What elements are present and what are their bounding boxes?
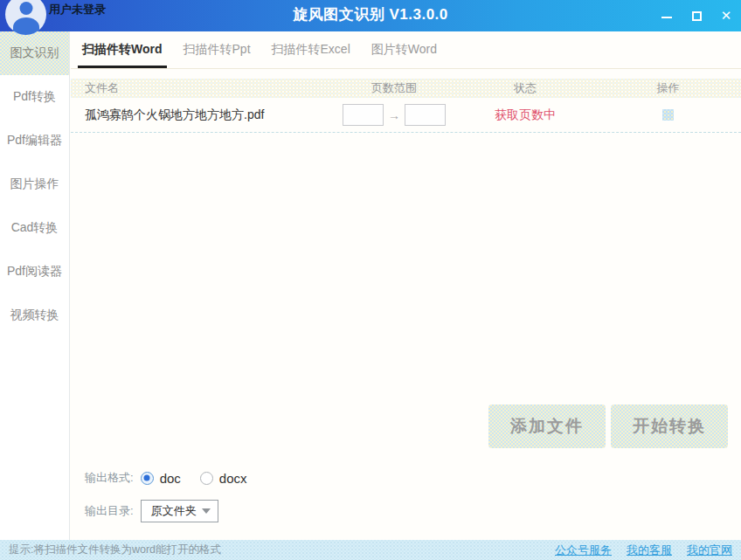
link-public-account[interactable]: 公众号服务 bbox=[555, 543, 612, 558]
output-format-row: 输出格式: doc docx bbox=[85, 469, 247, 487]
link-official-site[interactable]: 我的官网 bbox=[687, 543, 732, 558]
header-status: 状态 bbox=[455, 80, 595, 96]
tab-bar: 扫描件转Word 扫描件转Ppt 扫描件转Excel 图片转Word bbox=[71, 31, 741, 69]
status-bar: 提示:将扫描件文件转换为word能打开的格式 公众号服务 我的客服 我的官网 bbox=[0, 540, 741, 560]
sidebar-item-ocr[interactable]: 图文识别 bbox=[0, 31, 69, 75]
output-dir-label: 输出目录: bbox=[85, 503, 134, 519]
status-text: 获取页数中 bbox=[455, 107, 595, 123]
maximize-icon bbox=[692, 11, 702, 21]
app-title: 旋风图文识别 V1.3.0.0 bbox=[0, 0, 741, 31]
radio-option-docx[interactable]: docx bbox=[200, 471, 247, 486]
page-range-cell: → bbox=[333, 104, 455, 126]
sidebar-item-pdf-editor[interactable]: Pdf编辑器 bbox=[0, 119, 69, 162]
footer-links: 公众号服务 我的客服 我的官网 bbox=[555, 543, 732, 558]
header-operation: 操作 bbox=[595, 80, 741, 96]
sidebar: 图文识别 Pdf转换 Pdf编辑器 图片操作 Cad转换 Pdf阅读器 视频转换 bbox=[0, 31, 70, 540]
maximize-button[interactable] bbox=[690, 10, 703, 22]
output-format-label: 输出格式: bbox=[85, 470, 134, 486]
header-filename: 文件名 bbox=[71, 80, 333, 96]
tab-scan-to-word[interactable]: 扫描件转Word bbox=[78, 31, 167, 68]
main-panel: 扫描件转Word 扫描件转Ppt 扫描件转Excel 图片转Word 文件名 页… bbox=[71, 31, 741, 540]
output-dir-select[interactable]: 原文件夹 bbox=[141, 500, 218, 522]
sidebar-item-pdf-reader[interactable]: Pdf阅读器 bbox=[0, 250, 69, 294]
radio-option-doc[interactable]: doc bbox=[141, 471, 181, 486]
start-convert-button[interactable]: 开始转换 bbox=[611, 404, 728, 448]
delete-file-icon[interactable] bbox=[662, 109, 674, 121]
close-icon: ✕ bbox=[721, 10, 732, 22]
sidebar-item-video-convert[interactable]: 视频转换 bbox=[0, 294, 69, 337]
file-table-header: 文件名 页数范围 状态 操作 bbox=[71, 79, 741, 98]
hint-text: 提示:将扫描件文件转换为word能打开的格式 bbox=[9, 543, 221, 557]
add-files-button[interactable]: 添加文件 bbox=[488, 404, 606, 448]
action-buttons: 添加文件 开始转换 bbox=[488, 404, 728, 448]
app-window: 旋风图文识别 V1.3.0.0 ✕ 用户未登录 图文识别 Pdf转换 Pdf编辑… bbox=[0, 0, 741, 560]
sidebar-item-cad-convert[interactable]: Cad转换 bbox=[0, 206, 69, 250]
minimize-button[interactable] bbox=[661, 10, 673, 22]
minimize-icon bbox=[661, 17, 672, 18]
login-status-label[interactable]: 用户未登录 bbox=[49, 2, 106, 17]
page-from-input[interactable] bbox=[343, 104, 384, 126]
tab-scan-to-excel[interactable]: 扫描件转Excel bbox=[267, 31, 355, 68]
sidebar-item-pdf-convert[interactable]: Pdf转换 bbox=[0, 75, 69, 119]
radio-checked-icon bbox=[141, 472, 154, 485]
radio-unchecked-icon bbox=[200, 472, 213, 485]
output-format-options: doc docx bbox=[141, 471, 247, 486]
file-name: 孤鸿寡鹄个火锅地方地方地方.pdf bbox=[71, 107, 333, 123]
titlebar: 旋风图文识别 V1.3.0.0 ✕ bbox=[0, 0, 741, 31]
tab-scan-to-ppt[interactable]: 扫描件转Ppt bbox=[179, 31, 255, 68]
operation-cell bbox=[595, 109, 741, 121]
table-row: 孤鸿寡鹄个火锅地方地方地方.pdf → 获取页数中 bbox=[71, 98, 741, 133]
sidebar-item-image-ops[interactable]: 图片操作 bbox=[0, 162, 69, 206]
link-customer-service[interactable]: 我的客服 bbox=[627, 543, 672, 558]
tab-image-to-word[interactable]: 图片转Word bbox=[367, 31, 441, 68]
chevron-down-icon bbox=[202, 508, 211, 514]
output-dir-row: 输出目录: 原文件夹 bbox=[85, 500, 218, 522]
page-to-input[interactable] bbox=[405, 104, 446, 126]
radio-docx-label: docx bbox=[219, 471, 247, 486]
output-dir-value: 原文件夹 bbox=[151, 503, 197, 519]
avatar-person-icon bbox=[19, 2, 32, 15]
radio-doc-label: doc bbox=[160, 471, 181, 486]
arrow-right-icon: → bbox=[388, 108, 400, 122]
window-controls: ✕ bbox=[661, 0, 732, 31]
header-page-range: 页数范围 bbox=[333, 80, 455, 96]
close-button[interactable]: ✕ bbox=[720, 10, 732, 22]
